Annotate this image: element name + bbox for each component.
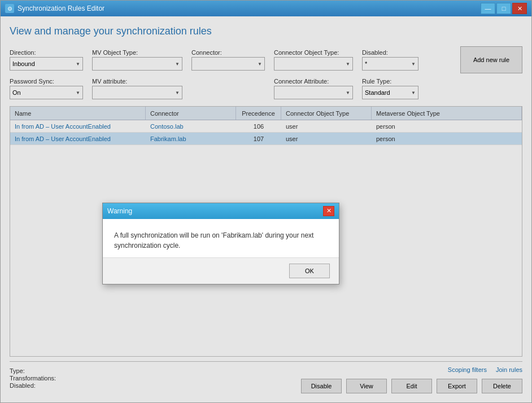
close-button[interactable]: ✕ xyxy=(512,3,527,14)
dialog-footer: OK xyxy=(103,257,339,284)
dialog-title: Warning xyxy=(107,207,132,215)
main-window: ⚙ Synchronization Rules Editor — □ ✕ Vie… xyxy=(0,0,532,403)
dialog-body: A full synchronization will be run on 'F… xyxy=(103,219,339,257)
dialog-title-bar: Warning ✕ xyxy=(103,203,339,219)
main-content: View and manage your synchronization rul… xyxy=(1,16,531,402)
title-bar-controls: — □ ✕ xyxy=(481,3,527,14)
dialog-ok-button[interactable]: OK xyxy=(289,264,330,278)
dialog-overlay: Warning ✕ A full synchronization will be… xyxy=(1,16,531,402)
title-bar-left: ⚙ Synchronization Rules Editor xyxy=(5,4,104,13)
dialog-close-button[interactable]: ✕ xyxy=(323,206,334,216)
maximize-button[interactable]: □ xyxy=(496,3,511,14)
title-bar: ⚙ Synchronization Rules Editor — □ ✕ xyxy=(1,1,531,16)
app-icon: ⚙ xyxy=(5,4,14,13)
dialog-message: A full synchronization will be run on 'F… xyxy=(114,231,313,249)
window-title: Synchronization Rules Editor xyxy=(18,5,104,12)
warning-dialog: Warning ✕ A full synchronization will be… xyxy=(102,203,339,284)
minimize-button[interactable]: — xyxy=(481,3,495,14)
